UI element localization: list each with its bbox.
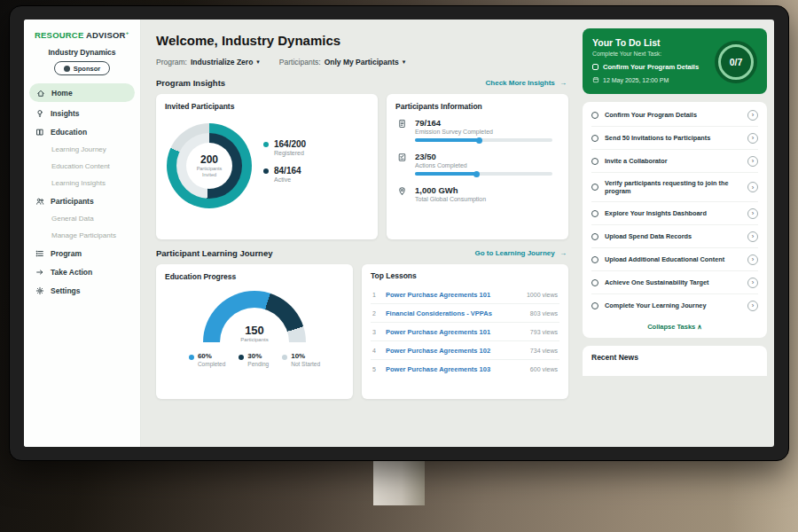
task-checkbox[interactable]	[591, 158, 598, 165]
lesson-rank: 2	[372, 310, 379, 317]
task-label: Upload Spend Data Records	[605, 232, 741, 240]
lesson-title-link[interactable]: Power Purchase Agreements 101	[386, 328, 523, 336]
sidebar-item-settings[interactable]: Settings	[24, 281, 140, 300]
task-open-button[interactable]: ›	[747, 231, 758, 242]
legend-dot-teal	[263, 142, 269, 147]
lesson-title-link[interactable]: Power Purchase Agreements 103	[386, 365, 523, 373]
education-progress-card: Education Progress 150 Participants	[156, 264, 353, 399]
monitor-stand	[373, 458, 425, 505]
donut-center-label: Participants Invited	[191, 166, 228, 178]
actions-progressbar	[415, 172, 552, 176]
sidebar-item-learning-insights[interactable]: Learning Insights	[24, 175, 140, 192]
emission-survey-progressbar	[415, 138, 552, 142]
desk-background: RESOURCE ADVISOR+ Industry Dynamics Spon…	[0, 0, 798, 532]
sponsor-badge[interactable]: Sponsor	[54, 61, 110, 75]
legend-item-registered: 164/200 Registered	[263, 139, 306, 156]
sponsor-label: Sponsor	[74, 65, 100, 73]
donut-center-value: 200	[200, 153, 218, 166]
task-open-button[interactable]: ›	[747, 110, 758, 121]
recent-news-title: Recent News	[591, 353, 638, 362]
info-value: 23/50	[415, 152, 558, 161]
task-open-button[interactable]: ›	[747, 254, 758, 265]
participants-dropdown[interactable]: Participants: Only My Participants ▾	[279, 58, 405, 66]
education-gauge-chart: 150 Participants	[203, 291, 306, 342]
legend-value: 84/164	[274, 166, 301, 176]
map-pin-icon	[397, 186, 407, 196]
book-icon	[35, 128, 44, 137]
legend-item-not-started: 10% Not Started	[282, 352, 320, 367]
card-title: Education Progress	[165, 272, 344, 281]
sidebar-item-education[interactable]: Education	[24, 122, 140, 141]
go-to-learning-journey-link[interactable]: Go to Learning Journey →	[475, 249, 567, 257]
task-label: Achieve One Sustainability Target	[605, 278, 741, 286]
task-checkbox[interactable]	[591, 112, 598, 119]
task-checkbox[interactable]	[591, 302, 598, 309]
todo-progress-value: 0/7	[718, 44, 754, 80]
program-dropdown[interactable]: Program: Industrialize Zero ▾	[156, 58, 260, 66]
sidebar-item-take-action[interactable]: Take Action	[24, 262, 140, 281]
task-open-button[interactable]: ›	[747, 278, 758, 288]
journey-cards-row: Education Progress 150 Participants	[156, 264, 568, 399]
legend-label: Pending	[247, 361, 269, 367]
task-open-button[interactable]: ›	[747, 208, 758, 219]
info-value: 1,000 GWh	[415, 185, 558, 195]
lesson-row: 2 Financial Considerations - VPPAs 803 v…	[371, 304, 559, 323]
collapse-tasks-link[interactable]: Collapse Tasks ∧	[591, 317, 758, 333]
task-checkbox[interactable]	[591, 210, 598, 217]
task-open-button[interactable]: ›	[747, 301, 758, 311]
lesson-title-link[interactable]: Power Purchase Agreements 102	[386, 347, 523, 355]
program-insights-header: Program Insights Check More Insights →	[156, 78, 567, 88]
sidebar-item-label: Settings	[51, 286, 81, 295]
page-title: Welcome, Industry Dynamics	[156, 33, 568, 48]
todo-summary-card: Your To Do List Complete Your Next Task:…	[583, 28, 767, 94]
task-row: Invite a Collaborator ›	[591, 150, 758, 173]
task-label: Complete Your Learning Journey	[605, 301, 741, 309]
legend-dot-light	[282, 355, 287, 360]
sidebar-item-participants[interactable]: Participants	[24, 192, 140, 210]
sidebar-item-home[interactable]: Home	[29, 83, 135, 102]
lesson-views: 1000 views	[527, 292, 558, 298]
next-task-checkbox[interactable]	[592, 64, 598, 70]
gauge-center-label: Participants	[203, 337, 306, 342]
monitor: RESOURCE ADVISOR+ Industry Dynamics Spon…	[9, 5, 789, 461]
survey-meter-icon	[397, 119, 407, 129]
task-checkbox[interactable]	[591, 256, 598, 263]
sidebar-item-insights[interactable]: Insights	[24, 104, 140, 122]
donut-legend: 164/200 Registered 84/164 Active	[263, 139, 306, 192]
task-row: Send 50 Invitations to Participants ›	[591, 127, 758, 150]
task-checkbox[interactable]	[591, 233, 598, 240]
section-title: Participant Learning Journey	[156, 248, 272, 258]
task-open-button[interactable]: ›	[747, 182, 758, 192]
lesson-title-link[interactable]: Power Purchase Agreements 101	[386, 291, 520, 299]
task-label: Explore Your Insights Dashboard	[605, 209, 741, 217]
lightbulb-icon	[35, 109, 44, 118]
program-value: Industrialize Zero	[191, 58, 253, 66]
sidebar-item-program[interactable]: Program	[24, 244, 140, 262]
sidebar-item-label: Education	[51, 128, 87, 137]
task-row: Upload Additional Educational Content ›	[591, 248, 758, 271]
task-open-button[interactable]: ›	[747, 156, 758, 167]
task-checkbox[interactable]	[591, 135, 598, 142]
info-label: Total Global Consumption	[415, 196, 558, 202]
dashboard-screen: RESOURCE ADVISOR+ Industry Dynamics Spon…	[24, 20, 774, 447]
sidebar-nav: Home Insights Education Learning Journey…	[24, 83, 140, 300]
legend-dot-navy	[263, 168, 269, 174]
gear-icon	[35, 286, 44, 295]
sidebar-item-general-data[interactable]: General Data	[24, 210, 140, 227]
list-icon	[35, 249, 44, 258]
task-checkbox[interactable]	[591, 184, 598, 191]
task-checkbox[interactable]	[591, 279, 598, 286]
logo-resource: RESOURCE	[35, 30, 83, 40]
sidebar-item-education-content[interactable]: Education Content	[24, 158, 140, 175]
program-label: Program:	[156, 58, 187, 66]
task-open-button[interactable]: ›	[747, 133, 758, 144]
next-task-label: Confirm Your Program Details	[603, 63, 699, 71]
lesson-rank: 3	[372, 329, 379, 335]
lesson-title-link[interactable]: Financial Considerations - VPPAs	[386, 309, 523, 317]
sidebar-item-manage-participants[interactable]: Manage Participants	[24, 227, 140, 244]
participants-value: Only My Participants	[325, 58, 399, 66]
lesson-row: 3 Power Purchase Agreements 101 793 view…	[371, 323, 559, 341]
org-name: Industry Dynamics	[24, 48, 140, 57]
check-more-insights-link[interactable]: Check More Insights →	[486, 79, 567, 87]
sidebar-item-learning-journey[interactable]: Learning Journey	[24, 141, 140, 158]
